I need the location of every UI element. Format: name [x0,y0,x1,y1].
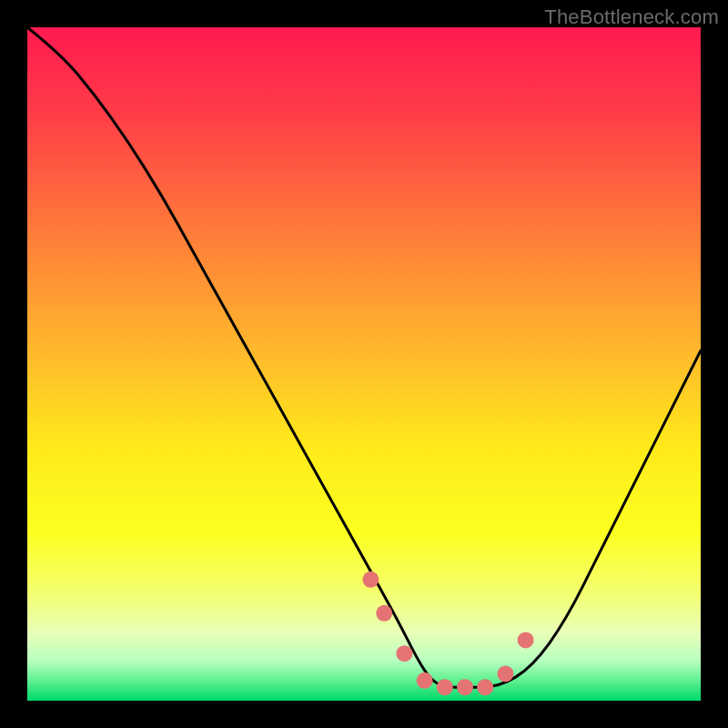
valley-highlight [362,571,533,695]
highlight-dot [362,571,379,588]
highlight-dot [396,645,412,662]
chart-frame: TheBottleneck.com [0,0,728,728]
plot-area [27,27,701,701]
watermark-text: TheBottleneck.com [544,5,719,29]
highlight-dot [376,605,392,622]
curve-layer [27,27,701,701]
highlight-dot [417,672,433,689]
highlight-dot [497,665,513,682]
highlight-dot [477,679,493,695]
highlight-dot [437,679,453,695]
highlight-dot [518,632,534,648]
highlight-dot [457,679,473,695]
bottleneck-curve [27,27,701,687]
